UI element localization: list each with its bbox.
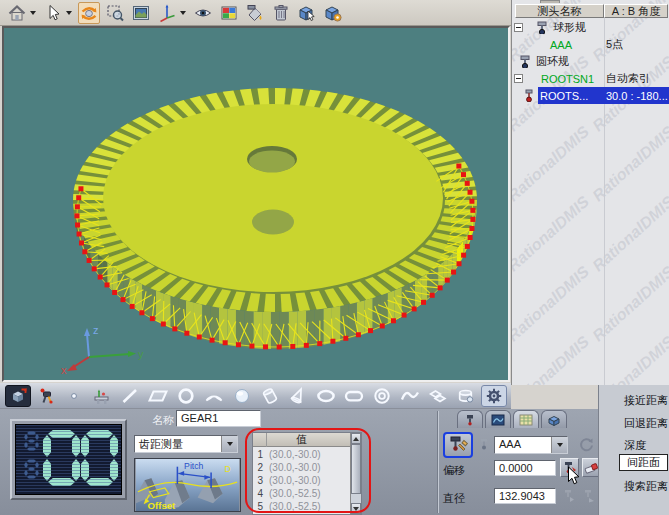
feature-cube-icon[interactable] (5, 385, 31, 407)
tree-row-[interactable]: 球形规 (512, 19, 669, 36)
row-index: 3 (253, 474, 265, 487)
tree-label: ROOTS... (540, 90, 588, 102)
probe-select-value: AAA (499, 438, 521, 450)
tab-table[interactable] (513, 410, 539, 428)
rotate-view-icon[interactable] (78, 2, 100, 24)
probe-tool-button[interactable] (443, 432, 473, 458)
value-row[interactable]: 5(30.0,-52.5) (253, 500, 350, 513)
column-header-ab-angle[interactable]: A : B 角度 (604, 4, 668, 18)
expand-collapse-icon[interactable] (514, 23, 523, 32)
value-column-header: 值 (253, 433, 350, 447)
probe-select[interactable]: AAA (494, 436, 568, 454)
zoom-window-icon[interactable] (104, 2, 126, 24)
measure-mode-value: 齿距测量 (139, 437, 183, 452)
value-row[interactable]: 4(30.0,-52.5) (253, 487, 350, 500)
row-value: (30.0,-52.5) (265, 500, 321, 513)
tab-strip (457, 410, 569, 428)
tree-label: 球形规 (553, 20, 586, 35)
offset-label: 偏移 (443, 463, 465, 478)
measure-mode-select[interactable]: 齿距测量 (134, 435, 238, 453)
3d-viewport[interactable]: zyx (4, 28, 508, 380)
tree-row-[interactable]: 圆环规 (512, 53, 669, 70)
tree-label: ROOTSN1 (541, 73, 594, 85)
svg-text:D: D (225, 464, 231, 474)
mouse-cursor (567, 466, 581, 486)
point-icon[interactable] (61, 385, 87, 407)
spacing-plane-field[interactable]: 间距面 (619, 454, 668, 471)
tab-feature[interactable] (541, 410, 567, 428)
select-solid-icon[interactable] (296, 2, 318, 24)
ellipse-icon[interactable] (313, 385, 339, 407)
cylinder-ring-icon[interactable] (453, 385, 479, 407)
distance-label-0: 接近距离 (624, 393, 668, 408)
value-row[interactable]: 2(30.0,-30.0) (253, 461, 350, 474)
row-value: (30.0,-30.0) (265, 461, 321, 474)
refresh-icon[interactable] (578, 437, 594, 455)
diameter-input[interactable]: 132.9043 (494, 488, 556, 504)
plane-icon[interactable] (145, 385, 171, 407)
tree-row-aaa[interactable]: AAA5点 (512, 36, 669, 53)
svg-text:Pitch: Pitch (184, 461, 203, 471)
value-row[interactable]: 1(30.0,-30.0) (253, 448, 350, 461)
distance-label-4: 搜索距离 (624, 479, 668, 494)
row-value: (30.0,-30.0) (265, 474, 321, 487)
geometry-toolbar (0, 383, 511, 409)
tree-value: 30.0 : -180... (606, 90, 668, 102)
scroll-up-icon[interactable] (351, 433, 361, 444)
fit-view-icon[interactable] (130, 2, 152, 24)
svg-text:z: z (93, 324, 99, 336)
arc-icon[interactable] (201, 385, 227, 407)
distance-labels-panel: 接近距离回退距离深度间距面搜索距离 (598, 385, 669, 515)
solid-settings-icon[interactable] (322, 2, 344, 24)
gear-icon[interactable] (481, 385, 507, 407)
line-icon[interactable] (117, 385, 143, 407)
prism-icon[interactable] (425, 385, 451, 407)
home-icon[interactable] (6, 2, 28, 24)
name-input[interactable]: GEAR1 (176, 410, 261, 427)
cylinder-icon[interactable] (257, 385, 283, 407)
scroll-thumb[interactable] (351, 444, 361, 494)
probe-robot-icon[interactable] (33, 385, 59, 407)
row-index: 1 (253, 448, 265, 461)
sphere-icon[interactable] (229, 385, 255, 407)
column-header-probe-name[interactable]: 测头名称 (515, 4, 604, 18)
row-value: (30.0,-30.0) (265, 448, 321, 461)
diameter-label: 直径 (443, 491, 465, 506)
delete-trash-icon[interactable] (270, 2, 292, 24)
view-eye-icon[interactable] (192, 2, 214, 24)
table-scrollbar[interactable] (350, 433, 361, 514)
select-cursor-dropdown-icon[interactable] (66, 11, 72, 15)
tree-row-rootsn1[interactable]: ROOTSN1自动索引 (512, 70, 669, 87)
coordinate-system-icon[interactable] (156, 2, 178, 24)
seven-segment-digits (16, 425, 121, 494)
select-cursor-icon[interactable] (42, 2, 64, 24)
coordinate-system-dropdown-icon[interactable] (180, 11, 186, 15)
cone-icon[interactable] (285, 385, 311, 407)
tab-probe[interactable] (457, 410, 483, 428)
value-row[interactable]: 3(30.0,-30.0) (253, 474, 350, 487)
probe-tree-panel: RationalDMISRationalDMISRationalDMISRati… (511, 0, 669, 385)
color-palette-icon[interactable] (218, 2, 240, 24)
name-label: 名称 (152, 413, 174, 428)
viewport-frame: zyx (2, 26, 510, 382)
scroll-down-icon[interactable] (351, 503, 361, 514)
svg-text:Offset: Offset (148, 500, 177, 511)
main-toolbar (0, 0, 511, 26)
offset-input[interactable]: 0.0000 (494, 460, 556, 476)
probe-select-dropdown-icon[interactable] (551, 437, 567, 453)
tree-row-roots[interactable]: ROOTS...30.0 : -180... (512, 87, 669, 104)
probe-icon (518, 55, 532, 69)
circle-icon[interactable] (173, 385, 199, 407)
value-table[interactable]: 值 1(30.0,-30.0)2(30.0,-30.0)3(30.0,-30.0… (252, 432, 362, 515)
slot-icon[interactable] (341, 385, 367, 407)
tab-graph[interactable] (485, 410, 511, 428)
row-index: 2 (253, 461, 265, 474)
curve-icon[interactable] (397, 385, 423, 407)
expand-collapse-icon[interactable] (514, 74, 523, 83)
machine-icon[interactable] (89, 385, 115, 407)
row-index: 4 (253, 487, 265, 500)
measure-mode-dropdown-icon[interactable] (221, 436, 237, 452)
render-tools-icon[interactable] (244, 2, 266, 24)
home-dropdown-icon[interactable] (30, 11, 36, 15)
ring-icon[interactable] (369, 385, 395, 407)
